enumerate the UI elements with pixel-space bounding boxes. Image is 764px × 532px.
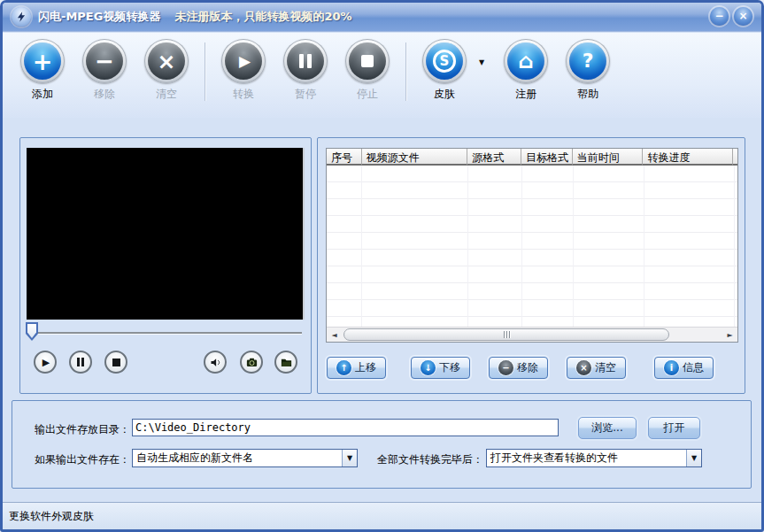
help-button-label: 帮助 <box>577 87 598 102</box>
add-icon: + <box>24 42 61 80</box>
scroll-right-icon[interactable]: ► <box>722 328 737 343</box>
register-home-icon: ⌂ <box>507 42 544 80</box>
output-settings-panel: 输出文件存放目录： 浏览... 打开 如果输出文件存在： 自动生成相应的新文件名… <box>12 400 752 489</box>
clear-button-label: 清空 <box>156 87 177 102</box>
register-button[interactable]: ⌂ 注册 <box>497 39 555 102</box>
play-button[interactable]: ▶ <box>34 351 57 374</box>
add-button[interactable]: + 添加 <box>13 39 72 102</box>
info-button[interactable]: i 信息 <box>654 357 714 379</box>
open-folder-icon <box>280 356 293 369</box>
stop-button-label: 停止 <box>357 87 378 102</box>
lightning-glyph <box>15 11 27 23</box>
after-convert-combobox[interactable]: 打开文件夹查看转换的文件 ▼ <box>486 449 702 467</box>
move-up-icon: ↑ <box>336 360 351 375</box>
titlebar: 闪电-MPEG视频转换器 未注册版本，只能转换视频的20% − × <box>3 3 761 32</box>
clear-button[interactable]: × 清空 <box>137 39 196 102</box>
scrollbar-thumb[interactable] <box>343 328 669 341</box>
main-area: ▶ <box>3 118 761 502</box>
minimize-icon: − <box>714 10 723 22</box>
volume-icon <box>209 356 222 369</box>
unregistered-notice: 未注册版本，只能转换视频的20% <box>174 9 351 25</box>
scroll-left-icon[interactable]: ◄ <box>327 328 342 343</box>
move-down-button[interactable]: ↓ 下移 <box>411 357 470 379</box>
list-remove-icon: − <box>498 360 513 375</box>
video-preview <box>27 148 305 320</box>
pause-button[interactable]: 暂停 <box>276 39 335 102</box>
browse-button[interactable]: 浏览... <box>578 417 637 439</box>
player-pause-icon <box>77 358 84 366</box>
column-header-source-format[interactable]: 源格式 <box>467 149 521 166</box>
snapshot-camera-icon <box>245 356 259 369</box>
window-title: 闪电-MPEG视频转换器 <box>38 9 160 25</box>
register-button-label: 注册 <box>515 87 536 102</box>
if-exists-combobox[interactable]: 自动生成相应的新文件名 ▼ <box>132 449 358 467</box>
play-icon: ▶ <box>41 357 50 368</box>
remove-icon: − <box>86 42 123 80</box>
file-table-body[interactable] <box>327 166 737 327</box>
pause-button-label: 暂停 <box>295 87 316 102</box>
skin-button-label: 皮肤 <box>434 87 455 102</box>
file-table: 序号 视频源文件 源格式 目标格式 当前时间 转换进度 <box>326 148 738 343</box>
lightning-app-icon[interactable] <box>12 7 31 27</box>
convert-button-label: 转换 <box>233 87 254 102</box>
player-stop-button[interactable] <box>104 351 127 374</box>
skin-icon: S <box>426 42 463 80</box>
file-table-header: 序号 视频源文件 源格式 目标格式 当前时间 转换进度 <box>327 149 737 166</box>
preview-panel: ▶ <box>19 137 312 394</box>
statusbar-text: 更换软件外观皮肤 <box>9 509 94 524</box>
output-dir-input[interactable] <box>132 419 559 436</box>
statusbar: 更换软件外观皮肤 <box>3 502 761 529</box>
stop-button[interactable]: 停止 <box>338 39 397 102</box>
list-clear-icon: × <box>576 360 591 375</box>
skin-button[interactable]: S 皮肤 <box>415 39 474 102</box>
column-header-progress[interactable]: 转换进度 <box>643 149 733 166</box>
if-exists-value: 自动生成相应的新文件名 <box>133 451 342 466</box>
dropdown-arrow-icon[interactable]: ▼ <box>342 450 357 466</box>
remove-button-label: 移除 <box>94 87 115 102</box>
help-button[interactable]: ? 帮助 <box>559 39 617 102</box>
toolbar-separator <box>205 42 205 101</box>
volume-button[interactable] <box>204 351 227 374</box>
close-icon: × <box>738 10 747 22</box>
dropdown-arrow-icon[interactable]: ▼ <box>686 450 701 466</box>
list-remove-button[interactable]: − 移除 <box>489 357 548 379</box>
pause-icon <box>287 42 324 80</box>
column-header-index[interactable]: 序号 <box>327 149 362 166</box>
toolbar: + 添加 − 移除 × 清空 ▶ 转换 暂停 停止 S 皮肤 ▼ <box>3 33 761 118</box>
move-up-button[interactable]: ↑ 上移 <box>327 357 386 379</box>
convert-button[interactable]: ▶ 转换 <box>214 39 273 102</box>
stop-icon <box>349 42 386 80</box>
open-folder-button[interactable] <box>274 351 297 374</box>
after-convert-value: 打开文件夹查看转换的文件 <box>487 451 686 466</box>
move-down-label: 下移 <box>439 360 460 375</box>
seek-slider-thumb[interactable] <box>26 322 38 341</box>
add-button-label: 添加 <box>32 87 53 102</box>
column-header-target-format[interactable]: 目标格式 <box>521 149 573 166</box>
app-window: 闪电-MPEG视频转换器 未注册版本，只能转换视频的20% − × + 添加 −… <box>0 0 764 532</box>
move-up-label: 上移 <box>355 360 376 375</box>
remove-button[interactable]: − 移除 <box>75 39 134 102</box>
seek-slider-track[interactable] <box>31 332 302 334</box>
output-dir-label: 输出文件存放目录： <box>35 422 130 437</box>
player-stop-icon <box>112 359 120 366</box>
file-list-panel: 序号 视频源文件 源格式 目标格式 当前时间 转换进度 <box>317 137 745 394</box>
player-pause-button[interactable] <box>69 351 92 374</box>
move-down-icon: ↓ <box>421 360 436 375</box>
open-dir-button[interactable]: 打开 <box>648 417 700 439</box>
column-header-current-time[interactable]: 当前时间 <box>573 149 644 166</box>
column-header-filler <box>733 149 737 166</box>
list-remove-label: 移除 <box>517 360 538 375</box>
horizontal-scrollbar[interactable]: ◄ ► <box>327 327 737 342</box>
snapshot-button[interactable] <box>240 351 263 374</box>
convert-play-icon: ▶ <box>225 42 262 80</box>
if-exists-label: 如果输出文件存在： <box>35 452 130 467</box>
help-icon: ? <box>569 42 606 80</box>
window-controls: − × <box>710 7 752 26</box>
list-clear-button[interactable]: × 清空 <box>567 357 626 379</box>
skin-dropdown-arrow-icon[interactable]: ▼ <box>479 58 484 66</box>
close-button[interactable]: × <box>734 7 752 26</box>
minimize-button[interactable]: − <box>710 7 729 26</box>
list-clear-label: 清空 <box>595 360 616 375</box>
toolbar-separator <box>405 42 406 101</box>
column-header-source-file[interactable]: 视频源文件 <box>362 149 467 166</box>
